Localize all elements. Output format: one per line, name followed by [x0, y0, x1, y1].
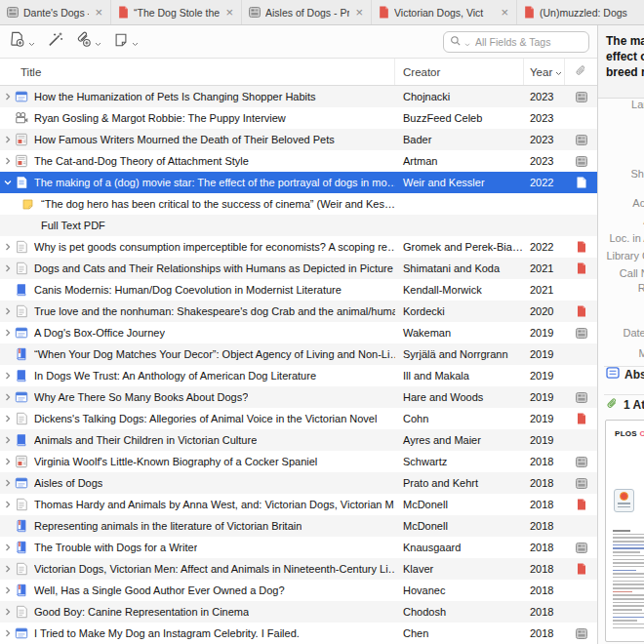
snapshot-attachment-icon: [565, 478, 597, 489]
child-note-row[interactable]: “The dog hero has been critical to the s…: [0, 193, 597, 215]
item-row[interactable]: Why Are There So Many Books About Dogs? …: [0, 386, 597, 408]
disclosure-chevron-icon[interactable]: [3, 243, 12, 251]
webpage-icon: [15, 90, 29, 103]
tab[interactable]: (Un)muzzled: Dogs ×: [517, 0, 644, 24]
item-title: Dogs and Cats and Their Relationships wi…: [34, 262, 395, 274]
disclosure-chevron-icon[interactable]: [3, 179, 12, 186]
tab[interactable]: Aisles of Dogs - Pra ×: [242, 0, 372, 24]
column-header-creator[interactable]: Creator: [395, 59, 524, 85]
close-icon[interactable]: ×: [354, 6, 364, 19]
item-row[interactable]: In Dogs We Trust: An Anthology of Americ…: [0, 365, 597, 386]
item-year: 2021: [524, 262, 565, 274]
disclosure-chevron-icon[interactable]: [3, 436, 12, 444]
item-row[interactable]: Good Boy: Canine Representation in Cinem…: [0, 601, 597, 623]
item-creator: Hare and Woods: [395, 391, 524, 403]
disclosure-chevron-icon[interactable]: [3, 329, 12, 337]
disclosure-chevron-icon[interactable]: [3, 543, 12, 551]
item-row[interactable]: “When Your Dog Matches Your Decor”: Obje…: [0, 343, 597, 365]
book-icon: [15, 283, 29, 297]
item-title: Canis Modernis: Human/Dog Coevolution in…: [34, 284, 342, 296]
disclosure-chevron-icon[interactable]: [3, 264, 12, 272]
disclosure-chevron-icon[interactable]: [3, 136, 12, 143]
item-title: Why is pet goods consumption imperceptib…: [34, 241, 395, 253]
tab[interactable]: Victorian Dogs, Vict ×: [372, 0, 517, 24]
item-row[interactable]: The Trouble with Dogs for a Writer Knaus…: [0, 537, 597, 558]
item-row[interactable]: Representing animals in the literature o…: [0, 515, 597, 537]
item-row[interactable]: True love and the nonhuman: Shakespeare'…: [0, 301, 597, 322]
item-year: 2018: [524, 627, 565, 639]
item-row[interactable]: How Famous Writers Mourned the Death of …: [0, 129, 597, 150]
pdf-attachment-icon: [565, 241, 597, 253]
tab-label: Dante's Dogs - Man: [23, 7, 89, 19]
attachment-preview[interactable]: PLOS ONE: [605, 420, 644, 642]
item-creator: Ayres and Maier: [395, 434, 524, 446]
item-row[interactable]: Why is pet goods consumption imperceptib…: [0, 236, 597, 258]
disclosure-chevron-icon[interactable]: [3, 565, 12, 573]
item-row[interactable]: Virginia Woolf's Little-Known Biography …: [0, 451, 597, 472]
item-row[interactable]: I Tried to Make My Dog an Instagram Cele…: [0, 623, 597, 644]
column-header-year[interactable]: Year: [524, 59, 565, 85]
item-row[interactable]: Animals and Their Children in Victorian …: [0, 429, 597, 451]
tab[interactable]: Dante's Dogs - Man ×: [0, 0, 111, 24]
item-pane-title-line: The mak: [606, 33, 644, 49]
article-icon: [15, 412, 29, 425]
paperclip-icon: [606, 397, 619, 413]
new-note-button[interactable]: [113, 32, 139, 52]
chevron-down-icon: [464, 33, 470, 51]
article-icon: [15, 240, 29, 254]
booksection-icon: [15, 584, 29, 597]
column-header-year-label: Year: [530, 66, 552, 78]
item-row[interactable]: The Cat-and-Dog Theory of Attachment Sty…: [0, 150, 597, 172]
add-attachment-button[interactable]: [75, 31, 101, 52]
search-box[interactable]: [443, 31, 589, 53]
add-by-identifier-button[interactable]: [47, 31, 63, 52]
disclosure-chevron-icon[interactable]: [3, 93, 12, 101]
item-title: Aisles of Dogs: [34, 477, 102, 489]
close-icon[interactable]: ×: [224, 6, 234, 19]
disclosure-chevron-icon[interactable]: [3, 393, 12, 401]
disclosure-chevron-icon[interactable]: [3, 608, 12, 616]
disclosure-chevron-icon[interactable]: [3, 629, 12, 637]
item-row[interactable]: Aisles of Dogs Prato and Kehrt 2018: [0, 472, 597, 494]
paperclip-icon: [575, 64, 587, 79]
item-row[interactable]: The making of a (dog) movie star: The ef…: [0, 172, 597, 193]
disclosure-chevron-icon[interactable]: [3, 372, 12, 380]
item-row[interactable]: Dogs and Cats and Their Relationships wi…: [0, 258, 597, 279]
item-title: Ryan Gosling & Margot Robbie: The Puppy …: [34, 112, 286, 124]
new-item-button[interactable]: [9, 31, 35, 52]
disclosure-chevron-icon[interactable]: [3, 586, 12, 594]
disclosure-chevron-icon[interactable]: [3, 479, 12, 487]
child-attachment-row[interactable]: Full Text PDF: [0, 215, 597, 236]
item-row[interactable]: Dickens's Talking Dogs: Allegories of An…: [0, 408, 597, 429]
new-item-icon: [9, 31, 25, 52]
item-pane-title-line: effect of: [606, 49, 644, 64]
item-year: 2019: [524, 434, 565, 446]
item-pane: The makeffect ofbreed re LanguageShort T…: [597, 25, 644, 644]
snapshot-icon: [249, 7, 261, 18]
item-row[interactable]: Canis Modernis: Human/Dog Coevolution in…: [0, 279, 597, 301]
close-icon[interactable]: ×: [500, 6, 509, 19]
attachments-section-header[interactable]: 1 Attachment: [606, 397, 644, 413]
item-row[interactable]: Well, Has a Single Good Author Ever Owne…: [0, 580, 597, 601]
chevron-down-icon: [28, 33, 35, 51]
column-header-title[interactable]: Title: [0, 59, 395, 85]
item-row[interactable]: A Dog's Box-Office Journey Wakeman 2019: [0, 322, 597, 343]
snapshot-attachment-icon: [565, 457, 597, 467]
item-title: In Dogs We Trust: An Anthology of Americ…: [34, 370, 316, 382]
disclosure-chevron-icon[interactable]: [3, 501, 12, 508]
close-icon[interactable]: ×: [94, 6, 103, 19]
item-row[interactable]: Thomas Hardy and Animals by Anna West, a…: [0, 494, 597, 515]
item-row[interactable]: How the Humanization of Pets Is Changing…: [0, 86, 597, 107]
disclosure-chevron-icon[interactable]: [3, 415, 12, 423]
disclosure-chevron-icon[interactable]: [3, 307, 12, 315]
item-title: Virginia Woolf's Little-Known Biography …: [34, 456, 317, 467]
disclosure-chevron-icon[interactable]: [3, 157, 12, 165]
disclosure-chevron-icon[interactable]: [3, 458, 12, 465]
item-creator: Cohn: [395, 413, 524, 424]
search-input[interactable]: [473, 35, 583, 49]
abstract-section-header[interactable]: Abstract: [606, 367, 644, 382]
column-header-attachment[interactable]: [565, 59, 597, 85]
item-row[interactable]: Ryan Gosling & Margot Robbie: The Puppy …: [0, 107, 597, 129]
item-row[interactable]: Victorian Dogs, Victorian Men: Affect an…: [0, 558, 597, 580]
tab[interactable]: “The Dog Stole the ×: [111, 0, 242, 24]
